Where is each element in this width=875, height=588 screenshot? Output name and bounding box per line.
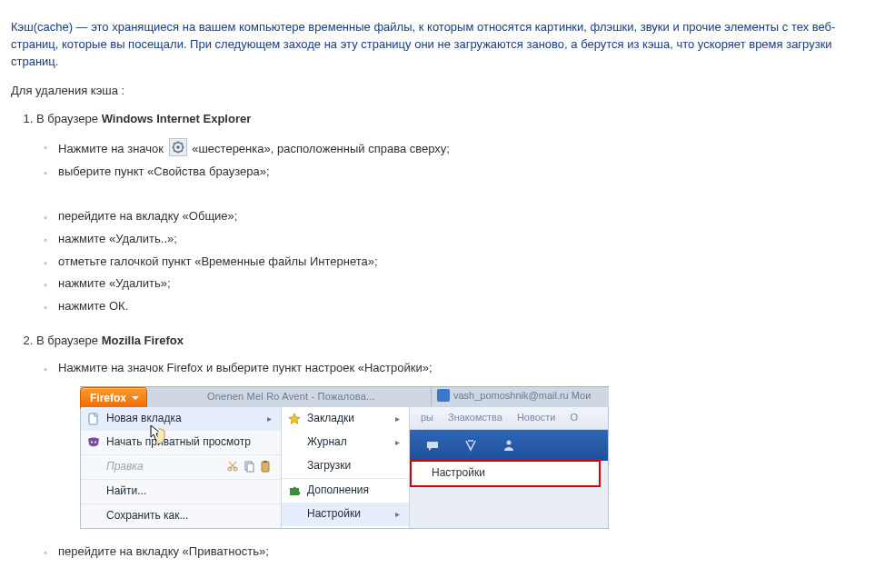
tab2-blur: vash_pomoshnik@mail.ru Мои теле... — [431, 388, 609, 406]
menu-col1: Новая вкладка ▸ Начать приватный просмот… — [81, 407, 282, 528]
ie-step-gear-post: «шестеренка», расположенный справа сверх… — [192, 142, 450, 155]
ie-step: отметьте галочкой пункт «Временные файлы… — [58, 251, 864, 274]
settings-submenu-highlight[interactable]: Настройки — [410, 460, 601, 487]
menu-col2: Закладки ▸ Журнал ▸ Загрузки — [282, 407, 410, 528]
ie-step-gear-pre: Нажмите на значок — [58, 142, 167, 155]
chevron-right-icon: ▸ — [267, 413, 272, 426]
section-ff: В браузере Mozilla Firefox Нажмите на зн… — [36, 333, 864, 588]
menu-downloads[interactable]: Загрузки — [282, 454, 409, 479]
svg-rect-10 — [89, 414, 97, 424]
chat-icon — [426, 439, 439, 452]
menu-settings-label: Настройки — [307, 506, 361, 522]
menu-downloads-label: Загрузки — [307, 458, 351, 473]
page-icon — [87, 413, 100, 430]
cursor-icon — [148, 424, 166, 445]
menu-private-label: Начать приватный просмотр — [106, 434, 251, 450]
paste-icon[interactable] — [259, 460, 272, 473]
svg-point-11 — [91, 441, 93, 443]
intro-paragraph: Кэш(cache) — это хранящиеся на вашем ком… — [11, 19, 864, 71]
section-ie: В браузере Windows Internet Explorer Наж… — [36, 111, 864, 318]
menu-save-as-label: Сохранить как... — [106, 508, 188, 523]
puzzle-icon — [288, 484, 301, 502]
chevron-right-icon: ▸ — [395, 413, 400, 426]
page-bluebar — [410, 430, 608, 461]
cut-icon[interactable] — [226, 460, 239, 473]
ie-step: выберите пункт «Свойства браузера»; — [58, 161, 864, 184]
section-ff-name: Mozilla Firefox — [102, 334, 184, 347]
chevron-right-icon: ▸ — [395, 436, 400, 450]
chevron-right-icon: ▸ — [395, 508, 400, 522]
mail-icon — [437, 389, 450, 402]
copy-icon[interactable] — [243, 460, 255, 473]
nav-blur-item: Новости — [517, 411, 556, 425]
nav-blur-item: Знакомства — [448, 411, 502, 425]
svg-line-9 — [174, 151, 174, 152]
section-ff-prefix: В браузере — [36, 334, 102, 347]
menu-addons-label: Дополнения — [307, 483, 369, 498]
firefox-button[interactable]: Firefox — [80, 387, 147, 409]
menu-new-tab[interactable]: Новая вкладка ▸ — [81, 407, 281, 431]
ie-step: нажмите «Удалить»; — [58, 273, 864, 295]
star-icon — [288, 413, 301, 430]
firefox-menu-screenshot: Firefox Onenen Mel Ro Avent - Пожалова..… — [80, 386, 609, 529]
svg-line-6 — [174, 144, 174, 145]
ff-step: кликните по ссылке «очистить вашу недавн… — [58, 585, 864, 588]
page-nav-blur: ры Знакомства Новости О — [410, 407, 608, 430]
ff-step: Нажмите на значок Firefox и выберите пун… — [58, 357, 864, 380]
ie-step-gear: Нажмите на значок «шестеренка», располо — [58, 135, 864, 161]
ff-step: перейдите на вкладку «Приватность»; — [58, 541, 864, 563]
svg-line-7 — [181, 151, 182, 152]
svg-rect-17 — [262, 462, 269, 472]
person-icon — [502, 439, 515, 452]
menu-find-label: Найти... — [106, 483, 146, 499]
svg-point-12 — [94, 441, 96, 443]
menu-addons[interactable]: Дополнения — [282, 479, 409, 503]
ie-step: перейдите на вкладку «Общие»; — [58, 205, 864, 228]
nav-blur-item: ры — [421, 411, 433, 425]
settings-submenu-label: Настройки — [432, 465, 485, 481]
menu-journal[interactable]: Журнал ▸ — [282, 431, 409, 454]
menu-private[interactable]: Начать приватный просмотр — [81, 431, 281, 455]
menu-save-as[interactable]: Сохранить как... — [81, 504, 281, 528]
section-ie-name: Windows Internet Explorer — [102, 112, 252, 125]
section-ie-prefix: В браузере — [36, 112, 102, 125]
svg-rect-16 — [247, 463, 254, 472]
firefox-titlebar: Firefox Onenen Mel Ro Avent - Пожалова..… — [80, 386, 609, 407]
ie-step: нажмите «Удалить..»; — [58, 228, 864, 251]
gear-icon — [169, 138, 187, 156]
page-behind: ры Знакомства Новости О Н — [410, 407, 608, 528]
menu-journal-label: Журнал — [307, 434, 347, 450]
ff-screenshot-wrap: Firefox Onenen Mel Ro Avent - Пожалова..… — [58, 380, 864, 541]
menu-bookmarks-label: Закладки — [307, 411, 354, 426]
tab-title-blur: Onenen Mel Ro Avent - Пожалова... — [207, 390, 375, 404]
menu-new-tab-label: Новая вкладка — [106, 411, 182, 426]
svg-point-19 — [507, 440, 512, 444]
svg-rect-18 — [263, 461, 267, 463]
menu-edit: Правка — [81, 455, 281, 480]
ie-step: нажмите ОК. — [58, 295, 864, 318]
menu-find[interactable]: Найти... — [81, 480, 281, 504]
lead-line: Для удаления кэша : — [11, 83, 864, 100]
svg-line-8 — [181, 144, 182, 145]
letter-icon — [464, 439, 477, 452]
menu-edit-label: Правка — [106, 459, 144, 474]
menu-bookmarks[interactable]: Закладки ▸ — [282, 407, 409, 431]
mask-icon — [87, 436, 100, 453]
menu-settings[interactable]: Настройки ▸ — [282, 503, 409, 526]
svg-point-1 — [176, 145, 180, 149]
nav-blur-item: О — [570, 411, 578, 425]
